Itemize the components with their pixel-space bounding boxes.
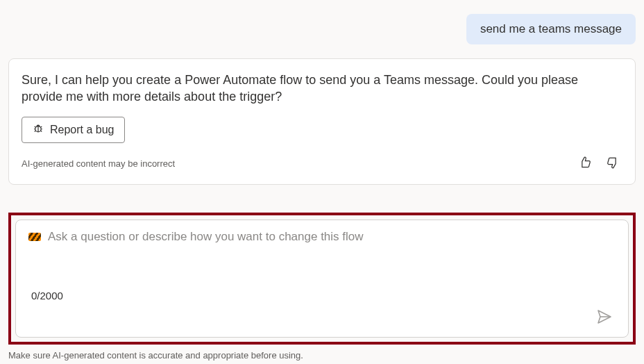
thumbs-up-button[interactable] [575,153,595,174]
user-message-text: send me a teams message [480,22,622,35]
input-highlight-wrapper: Ask a question or describe how you want … [8,213,636,345]
thumbs-down-button[interactable] [603,153,622,174]
svg-line-7 [40,131,42,132]
char-counter: 0/2000 [28,290,616,301]
ai-message-text: Sure, I can help you create a Power Auto… [22,72,622,106]
svg-line-4 [35,126,36,128]
send-icon [596,317,613,327]
bug-icon [32,122,44,138]
send-button[interactable] [593,306,616,330]
input-row: Ask a question or describe how you want … [28,230,616,244]
svg-line-6 [35,131,36,132]
thumbs-down-icon [606,161,620,172]
ai-disclaimer-text: AI-generated content may be incorrect [22,158,175,169]
report-bug-button[interactable]: Report a bug [22,117,125,143]
bottom-disclaimer: Make sure AI-generated content is accura… [8,350,636,361]
ai-message-footer: AI-generated content may be incorrect [22,153,622,174]
feedback-buttons [575,153,622,174]
chat-area: send me a teams message Sure, I can help… [8,8,636,213]
chat-input-placeholder: Ask a question or describe how you want … [48,230,364,244]
svg-line-5 [40,126,42,128]
user-message-bubble: send me a teams message [466,14,636,44]
report-bug-label: Report a bug [50,124,115,136]
chat-input-card[interactable]: Ask a question or describe how you want … [15,220,629,338]
loading-indicator-icon [28,233,41,241]
thumbs-up-icon [578,161,592,172]
ai-message-card: Sure, I can help you create a Power Auto… [8,58,636,185]
send-row [28,306,616,330]
user-message-row: send me a teams message [8,14,636,44]
